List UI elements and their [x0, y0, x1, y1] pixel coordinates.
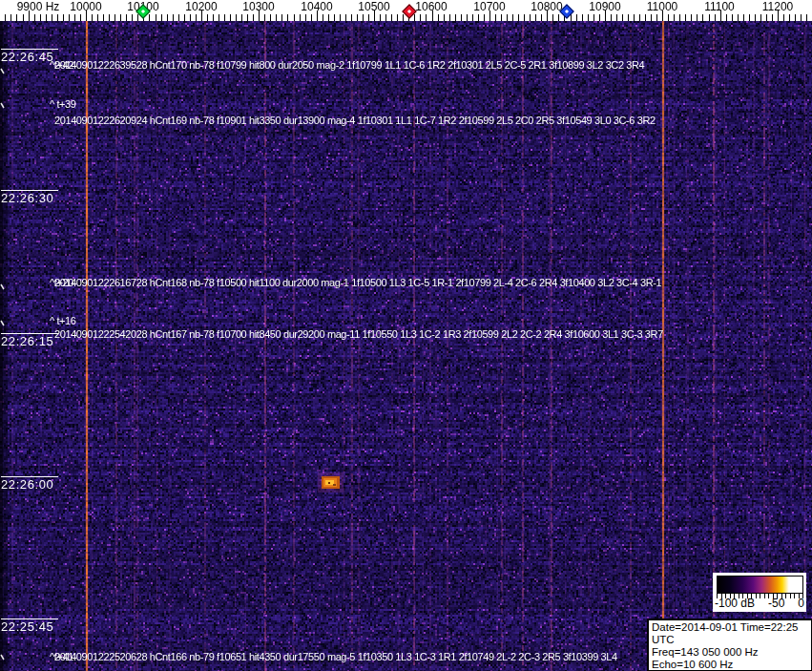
event-trigger-marker: ^t+41	[50, 651, 73, 662]
event-trigger-marker: ^t+20	[50, 277, 73, 288]
event-log-line: 20140901222639528 hCnt170 nb-78 f10799 h…	[54, 59, 644, 71]
info-date-time: Date=2014-09-01 Time=22:25 UTC	[652, 621, 811, 646]
freq-axis-label: 10700	[473, 1, 505, 12]
time-axis-label: 22:26:00	[1, 476, 58, 491]
time-label-text: 22:25:45	[1, 620, 58, 633]
spectrogram-window: 9900 Hz100001010010200103001040010500106…	[0, 0, 812, 671]
time-label-text: 22:26:30	[1, 192, 58, 204]
info-frequency: Freq=143 050 000 Hz	[652, 646, 811, 659]
freq-axis-label: 10900	[589, 1, 620, 12]
freq-axis-label: 9900 Hz	[17, 1, 60, 12]
freq-axis-label: 11100	[704, 1, 735, 12]
event-trigger-marker: ^ t+16	[50, 315, 76, 326]
event-trigger-marker: ^t+42	[50, 59, 73, 71]
marker-center-dot	[565, 10, 569, 13]
db-color-scale-legend: -100 dB -50 0	[713, 573, 806, 612]
time-axis-label: 22:25:45	[1, 619, 58, 633]
legend-label-max: 0	[798, 598, 804, 610]
color-gradient-bar	[717, 576, 803, 594]
time-axis-label: 22:26:15	[1, 333, 58, 347]
freq-axis-label: 10800	[531, 1, 562, 12]
legend-label-mid: -50	[768, 598, 784, 610]
event-trigger-marker: ^ t+39	[50, 98, 76, 110]
freq-axis-label: 10400	[301, 1, 332, 12]
freq-axis-label: 11200	[762, 1, 793, 12]
time-label-text: 22:26:15	[1, 335, 58, 347]
event-log-line: 20140901222616728 hCnt168 nb-78 f10500 h…	[54, 277, 661, 288]
info-echo: Echo=10 600 Hz	[652, 659, 811, 671]
event-log-line: 20140901222542028 hCnt167 nb-78 f10700 h…	[54, 328, 663, 340]
time-axis-label: 22:26:30	[1, 190, 58, 204]
freq-axis-label: 10500	[358, 1, 389, 12]
time-label-text: 22:26:00	[1, 478, 58, 491]
freq-axis-label: 11000	[647, 1, 677, 12]
freq-axis-label: 10000	[70, 1, 101, 12]
event-log-line: 20140901222520628 hCnt166 nb-79 f10651 h…	[54, 651, 617, 662]
freq-axis-label: 10300	[242, 1, 274, 12]
legend-label-min: -100 dB	[715, 598, 755, 610]
event-log-line: 20140901222620924 hCnt169 nb-78 f10901 h…	[54, 115, 656, 126]
marker-center-dot	[141, 10, 145, 13]
status-info-box: Date=2014-09-01 Time=22:25 UTC Freq=143 …	[647, 619, 812, 671]
marker-center-dot	[407, 10, 411, 13]
freq-axis-label: 10600	[415, 1, 447, 12]
freq-axis-label: 10200	[185, 1, 217, 12]
